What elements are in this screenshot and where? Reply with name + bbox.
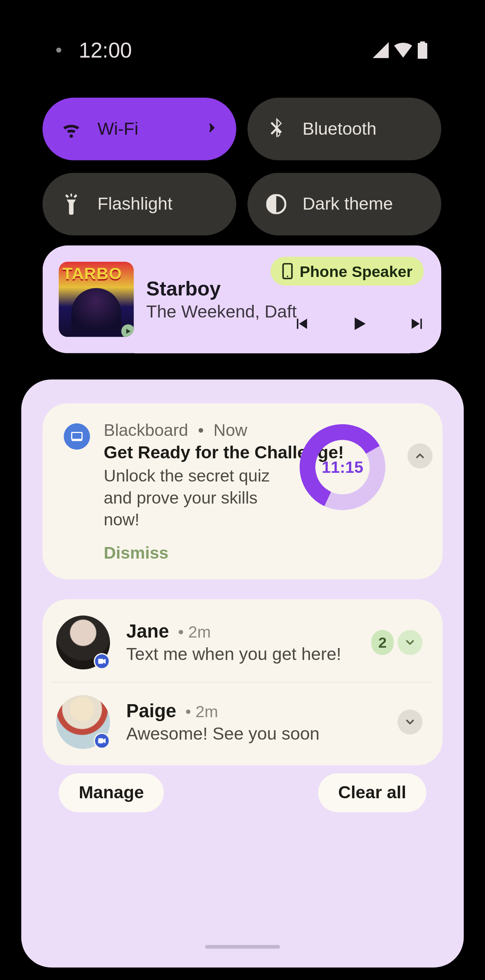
wifi-icon [394, 43, 413, 58]
app-name: Blackboard [104, 421, 188, 439]
notification-time: Now [213, 421, 247, 439]
tile-wifi-label: Wi-Fi [98, 119, 138, 139]
expand-button[interactable] [398, 710, 422, 735]
tile-flashlight[interactable]: Flashlight [43, 173, 236, 235]
next-button[interactable] [409, 315, 426, 335]
dismiss-button[interactable]: Dismiss [104, 544, 168, 563]
msg-preview: Awesome! See you soon [126, 724, 319, 744]
msg-preview: Text me when you get here! [126, 644, 341, 664]
notification-body: Unlock the secret quiz and prove your sk… [104, 465, 291, 531]
tile-dark-theme-label: Dark theme [302, 194, 393, 214]
tile-flashlight-label: Flashlight [98, 194, 173, 214]
chevron-up-icon [414, 450, 426, 462]
tile-bluetooth-label: Bluetooth [302, 119, 376, 139]
output-chip[interactable]: Phone Speaker [271, 257, 424, 286]
clear-all-button[interactable]: Clear all [318, 773, 426, 812]
svg-point-2 [287, 275, 288, 277]
msg-time: 2m [188, 623, 211, 641]
quick-settings-grid: Wi-Fi Bluetooth Flashlight Dark theme [43, 98, 442, 235]
expand-button[interactable] [398, 630, 422, 655]
sender-name: Paige [126, 700, 176, 721]
notification-dot-icon [56, 48, 62, 52]
tile-wifi[interactable]: Wi-Fi [43, 98, 236, 161]
album-art-text: TARBO [63, 264, 122, 284]
media-artist: The Weekend, Daft [146, 302, 296, 321]
media-player-card[interactable]: TARBO Starboy The Weekend, Daft Phone Sp… [43, 245, 442, 353]
previous-button[interactable] [293, 315, 310, 335]
app-icon-blackboard [63, 423, 90, 450]
count-badge: 2 [371, 630, 393, 655]
conversation-paige[interactable]: Paige • 2m Awesome! See you soon [52, 682, 433, 762]
notification-shade[interactable]: Blackboard • Now Get Ready for the Chall… [21, 379, 464, 967]
chevron-right-icon [205, 119, 219, 139]
conversation-jane[interactable]: Jane • 2m Text me when you get here! 2 [52, 603, 433, 682]
flashlight-icon [60, 193, 82, 215]
album-play-badge-icon [121, 325, 134, 337]
tile-dark-theme[interactable]: Dark theme [247, 173, 441, 235]
battery-icon [417, 41, 428, 59]
collapse-button[interactable] [407, 444, 433, 468]
timer-ring: 11:15 [299, 423, 386, 511]
svg-rect-3 [71, 433, 82, 439]
chevron-down-icon [404, 636, 416, 649]
wifi-icon [60, 118, 82, 140]
album-art: TARBO [59, 262, 133, 337]
chevron-down-icon [404, 716, 416, 729]
shade-footer: Manage Clear all [21, 773, 464, 812]
video-badge-icon [94, 733, 110, 749]
dark-theme-icon [265, 193, 287, 215]
conversation-group[interactable]: Jane • 2m Text me when you get here! 2 P… [43, 600, 443, 765]
output-label: Phone Speaker [300, 262, 412, 280]
nav-handle[interactable] [205, 945, 280, 948]
tile-bluetooth[interactable]: Bluetooth [247, 98, 441, 161]
phone-icon [282, 263, 293, 279]
video-badge-icon [94, 654, 110, 670]
status-bar: 12:00 [0, 31, 485, 69]
sender-name: Jane [126, 621, 169, 641]
msg-time: 2m [196, 702, 218, 721]
cellular-icon [371, 42, 388, 58]
svg-rect-6 [98, 659, 103, 664]
clock-time: 12:00 [79, 38, 132, 62]
avatar-paige [56, 695, 110, 749]
notification-blackboard[interactable]: Blackboard • Now Get Ready for the Chall… [43, 403, 443, 580]
svg-rect-7 [98, 738, 103, 744]
manage-button[interactable]: Manage [59, 773, 164, 812]
play-button[interactable] [350, 314, 369, 336]
bluetooth-icon [265, 118, 287, 140]
avatar-jane [56, 616, 110, 670]
timer-text: 11:15 [299, 423, 386, 511]
